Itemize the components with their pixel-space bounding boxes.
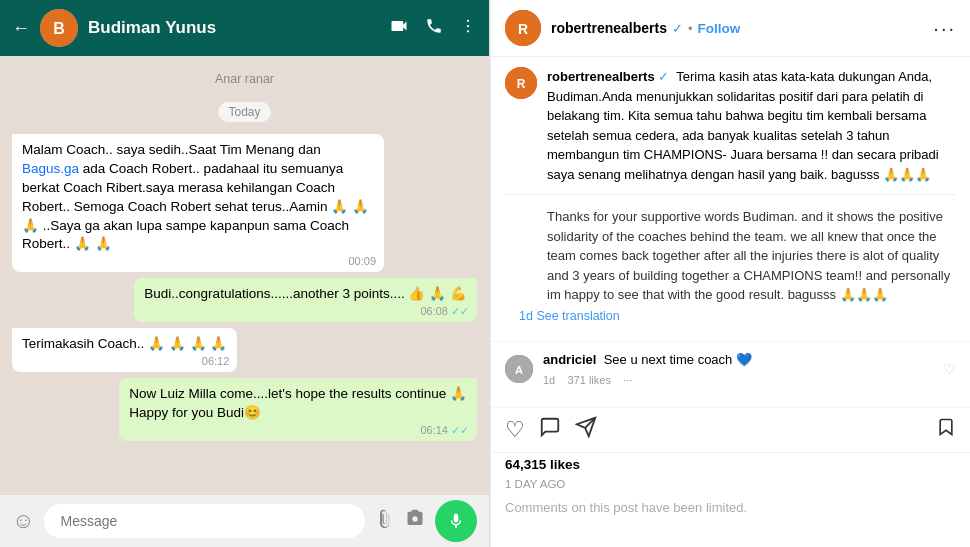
message-time: 06:14 [420, 423, 469, 438]
svg-text:A: A [515, 364, 523, 376]
date-label: Today [218, 102, 270, 122]
ig-main-comment-text: robertrenealberts ✓ Terima kasih atas ka… [547, 67, 956, 184]
ig-reply-inner: A andriciel See u next time coach 💙 1d 3… [505, 350, 956, 389]
ig-username: robertrenealberts [551, 20, 667, 36]
ig-timestamp: 1 DAY AGO [491, 476, 970, 494]
ig-comment-icon[interactable] [539, 416, 561, 444]
message-bubble: Malam Coach.. saya sedih..Saat Tim Menan… [12, 134, 384, 272]
emoji-icon[interactable]: ☺ [12, 508, 34, 534]
ig-share-icon[interactable] [575, 416, 597, 444]
ig-reply-time: 1d [543, 374, 555, 386]
see-translation-link[interactable]: 1d See translation [505, 309, 956, 331]
ig-bookmark-icon[interactable] [936, 416, 956, 443]
ig-commenter-username: robertrenealberts [547, 69, 655, 84]
back-icon[interactable]: ← [12, 18, 30, 39]
contact-name: Budiman Yunus [88, 18, 379, 38]
ig-reply-comment-text: andriciel See u next time coach 💙 1d 371… [543, 350, 933, 389]
ig-like-icon[interactable]: ♡ [505, 417, 525, 443]
message-row: Terimakasih Coach.. 🙏 🙏 🙏 🙏 06:12 [12, 328, 477, 372]
verified-badge-icon: ✓ [672, 21, 683, 36]
svg-text:R: R [517, 77, 526, 91]
ig-main-comment-body: Terima kasih atas kata-kata dukungan And… [547, 69, 939, 182]
ig-reply-avatar: A [505, 355, 533, 383]
message-bubble: Terimakasih Coach.. 🙏 🙏 🙏 🙏 06:12 [12, 328, 237, 372]
ig-username-row: robertrenealberts ✓ • Follow [551, 20, 923, 36]
svg-point-4 [467, 30, 469, 32]
contact-avatar: B [40, 9, 78, 47]
wa-chat-body: Anar ranar Today Malam Coach.. saya sedi… [0, 56, 489, 495]
message-input[interactable] [44, 504, 365, 538]
message-bubble: Budi..congratulations......another 3 poi… [134, 278, 477, 322]
svg-text:B: B [53, 20, 65, 37]
message-bubble: Now Luiz Milla come....let's hope the re… [119, 378, 477, 441]
link-text[interactable]: Bagus.ga [22, 161, 79, 176]
ig-reply-body: See u next time coach 💙 [604, 352, 752, 367]
more-options-button[interactable]: ··· [933, 17, 956, 40]
attach-icon[interactable] [375, 509, 395, 534]
ig-reply-username: andriciel [543, 352, 596, 367]
mic-button[interactable] [435, 500, 477, 542]
svg-point-3 [467, 24, 469, 26]
ig-translation-text: Thanks for your supportive words Budiman… [547, 209, 950, 302]
follow-button[interactable]: Follow [698, 21, 741, 36]
comment-divider [505, 194, 956, 195]
prev-label: Anar ranar [12, 66, 477, 90]
ig-commenter-avatar: R [505, 67, 537, 99]
wa-header: ← B Budiman Yunus [0, 0, 489, 56]
message-row: Budi..congratulations......another 3 poi… [12, 278, 477, 322]
ig-likes-count: 64,315 likes [491, 453, 970, 476]
wa-footer: ☺ [0, 495, 489, 547]
ig-reply-heart-icon[interactable]: ♡ [943, 361, 956, 377]
svg-point-2 [467, 19, 469, 21]
camera-icon[interactable] [405, 509, 425, 534]
instagram-panel: R robertrenealberts ✓ • Follow ··· R rob… [490, 0, 970, 547]
ig-commenter-verified-icon: ✓ [658, 69, 669, 84]
video-call-icon[interactable] [389, 16, 409, 41]
separator-dot: • [688, 21, 693, 36]
more-options-icon[interactable] [459, 17, 477, 40]
ig-action-bar: ♡ [491, 408, 970, 453]
message-row: Malam Coach.. saya sedih..Saat Tim Menan… [12, 134, 477, 272]
ig-header: R robertrenealberts ✓ • Follow ··· [491, 0, 970, 57]
ig-reply-more[interactable]: ··· [623, 374, 632, 386]
phone-icon[interactable] [425, 17, 443, 40]
ig-reply-meta: 1d 371 likes ··· [543, 372, 933, 389]
ig-reply-comment-row: A andriciel See u next time coach 💙 1d 3… [491, 342, 970, 408]
ig-main-comment-row: R robertrenealberts ✓ Terima kasih atas … [505, 67, 956, 184]
ig-reply-likes: 371 likes [567, 374, 610, 386]
ig-comments-limited-notice: Comments on this post have been limited. [491, 494, 970, 525]
ig-post-comment: R robertrenealberts ✓ Terima kasih atas … [491, 57, 970, 342]
ig-header-info: robertrenealberts ✓ • Follow [551, 20, 923, 36]
message-time: 00:09 [348, 254, 376, 269]
message-time: 06:12 [202, 354, 230, 369]
svg-text:R: R [518, 21, 528, 37]
whatsapp-panel: ← B Budiman Yunus Anar ranar Today Malam… [0, 0, 490, 547]
message-time: 06:08 [420, 304, 469, 319]
header-icons [389, 16, 477, 41]
message-row: Now Luiz Milla come....let's hope the re… [12, 378, 477, 441]
ig-english-translation: Thanks for your supportive words Budiman… [505, 203, 956, 309]
ig-profile-avatar: R [505, 10, 541, 46]
